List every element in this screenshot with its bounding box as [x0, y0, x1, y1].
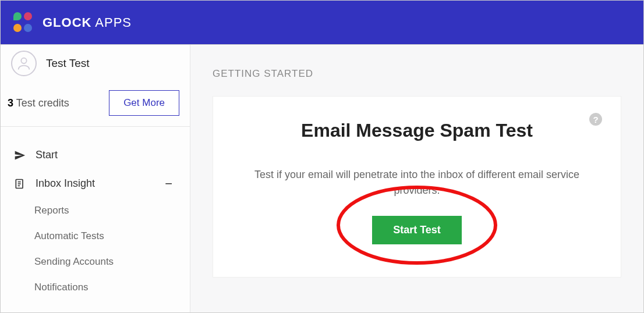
section-title: GETTING STARTED — [213, 68, 621, 80]
sidebar-item-notifications[interactable]: Notifications — [34, 275, 190, 300]
user-name: Test Test — [46, 57, 90, 70]
card-description: Test if your email will penetrate into t… — [242, 167, 592, 198]
paper-plane-icon — [11, 150, 29, 161]
report-icon — [11, 178, 29, 190]
spam-test-card: ? Email Message Spam Test Test if your e… — [213, 96, 621, 278]
sidebar-item-automatic-tests[interactable]: Automatic Tests — [34, 223, 190, 249]
help-icon[interactable]: ? — [589, 113, 602, 126]
sidebar-nav: Start Inbox Insight − Reports Automatic … — [1, 127, 190, 313]
credits-text: 3 Test credits — [8, 97, 69, 109]
sidebar-submenu: Reports Automatic Tests Sending Accounts… — [1, 198, 190, 300]
avatar[interactable] — [11, 51, 37, 76]
sidebar-item-start[interactable]: Start — [1, 141, 190, 169]
sidebar-item-inbox-insight[interactable]: Inbox Insight − — [1, 169, 190, 198]
get-more-button[interactable]: Get More — [109, 90, 179, 116]
logo-icon — [13, 12, 34, 33]
card-title: Email Message Spam Test — [242, 120, 592, 141]
sidebar: Test Test 3 Test credits Get More Start — [1, 45, 190, 312]
start-test-button[interactable]: Start Test — [372, 216, 462, 244]
svg-point-0 — [21, 58, 26, 63]
main-content: GETTING STARTED ? Email Message Spam Tes… — [190, 45, 643, 312]
sidebar-item-reports[interactable]: Reports — [34, 198, 190, 223]
app-header: GLOCK APPS — [1, 1, 643, 45]
credits-row: 3 Test credits Get More — [1, 76, 190, 127]
sidebar-item-label: Inbox Insight — [36, 177, 95, 190]
sidebar-item-label: Start — [36, 149, 58, 161]
user-section: Test Test — [1, 45, 190, 76]
sidebar-item-sending-accounts[interactable]: Sending Accounts — [34, 249, 190, 275]
brand-logo[interactable]: GLOCK APPS — [13, 12, 132, 33]
user-icon — [16, 55, 32, 72]
collapse-icon[interactable]: − — [165, 176, 172, 191]
brand-name: GLOCK APPS — [43, 15, 132, 30]
